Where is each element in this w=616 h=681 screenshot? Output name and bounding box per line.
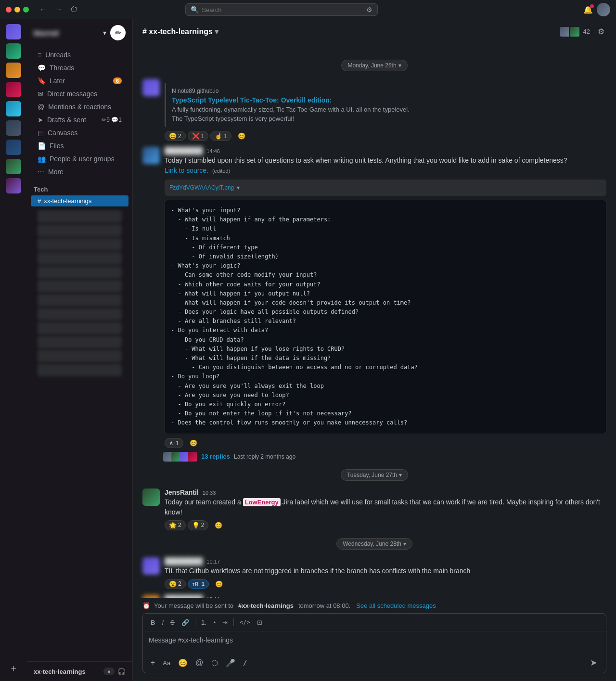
send-button[interactable]: ➤ [586,655,601,670]
sidebar-icon-6[interactable] [5,119,22,137]
sidebar-channel-xx-tech[interactable]: # xx-tech-learnings [31,195,128,206]
code-button[interactable]: </> [237,617,253,628]
date-monday-button[interactable]: Monday, June 26th ▾ [341,60,407,71]
channel-hash-icon: # [38,197,41,205]
slash-button[interactable]: / [240,656,251,669]
link-preview-source: N note89.github.io [172,88,601,94]
reaction-star[interactable]: 🌟 2 [165,520,186,530]
message-author-2: JensRantil [165,488,199,496]
message-group-3: ████████ 10:17 TIL that Github workflows… [142,557,606,589]
sidebar-item-people[interactable]: 👥 People & user groups [31,153,128,165]
indent-button[interactable]: ⇥ [219,617,231,628]
sidebar-icon-4[interactable] [5,81,22,98]
emoji-button[interactable]: 😊 [175,656,191,669]
add-button[interactable]: + [148,656,158,669]
text-format-button[interactable]: Aa [160,657,173,668]
sidebar-item-unreads[interactable]: ≡ Unreads [31,49,128,61]
date-tuesday-button[interactable]: Tuesday, June 27th ▾ [341,469,408,481]
reaction-x[interactable]: ❌ 1 [188,131,209,141]
message-text-2: Today our team created a LowEnergy Jira … [165,497,606,517]
channel-members[interactable]: 42 [561,26,590,38]
upvote-button-1[interactable]: ∧ 1 [165,438,183,448]
sidebar-icon-8[interactable] [5,158,22,175]
sidebar-item-canvases[interactable]: ▤ Canvases [31,127,128,139]
compose-button[interactable]: ✏ [110,25,126,40]
dnd-toggle[interactable]: ● [103,668,115,675]
italic-button[interactable]: I [159,617,167,628]
canvases-icon: ▤ [38,129,44,137]
sidebar-item-more[interactable]: ⋯ More [31,166,128,178]
sidebar-item-drafts-label: Drafts & sent [47,116,98,124]
channel-settings-button[interactable]: ⚙ [596,25,606,38]
see-scheduled-link[interactable]: See all scheduled messages [356,602,436,609]
channel-title[interactable]: # xx-tech-learnings ▾ [142,27,218,36]
reactions-msg2: 🌟 2 💡 2 😊 [165,520,606,530]
notification-icon[interactable]: 🔔 [583,5,593,14]
message-link-1: Link to source. (edited) [165,166,606,176]
audio-button[interactable]: 🎤 [223,656,238,669]
sidebar-item-direct[interactable]: ✉ Direct messages [31,88,128,100]
more-icon: ⋯ [38,168,44,176]
add-reaction-button-1[interactable]: 😊 [233,131,250,141]
forward-button[interactable]: → [52,4,65,15]
sidebar-item-threads[interactable]: 💬 Threads [31,62,128,74]
unordered-list-button[interactable]: • [210,617,218,628]
sidebar-icon-3[interactable] [5,62,22,79]
attachment-dropdown-icon[interactable]: ▾ [237,184,240,191]
sidebar-icon-2[interactable] [5,42,22,60]
add-workspace-button[interactable]: + [5,660,22,677]
reaction-surprised-3[interactable]: 😮 2 [165,579,186,589]
channel-dropdown-icon[interactable]: ▾ [215,27,218,36]
user-avatar[interactable] [597,3,610,16]
sidebar-icon-9[interactable] [5,177,22,194]
sidebar-icon-5[interactable] [5,100,22,117]
date-wednesday-button[interactable]: Wednesday, June 28th ▾ [336,538,412,550]
add-reaction-button-4[interactable]: 😊 [211,579,227,589]
bottom-toggle[interactable]: xx-tech-learnings ● 🎧 [34,668,126,675]
reaction-bulb[interactable]: 💡 2 [188,520,209,530]
sidebar-icon-home[interactable] [5,23,22,40]
toolbar-divider-2 [233,618,234,626]
mention-button[interactable]: @ [192,656,206,669]
threads-icon: 💬 [38,64,46,72]
strikethrough-button[interactable]: S [167,617,178,628]
back-button[interactable]: ← [37,4,50,15]
ordered-list-button[interactable]: 1. [198,617,210,628]
message-input-field[interactable]: Message #xx-tech-learnings [143,631,606,653]
minimize-dot[interactable] [14,7,20,13]
search-icon: 🔍 [191,6,199,13]
add-reaction-button-3[interactable]: 😊 [210,520,227,530]
sidebar-item-later[interactable]: 🔖 Later 6 [31,75,128,87]
message-time-3: 10:17 [206,559,220,565]
sidebar-item-files[interactable]: 📄 Files [31,140,128,152]
edited-label-1: (edited) [212,168,230,174]
canvas-button[interactable]: ⬡ [208,656,221,669]
sidebar-item-drafts[interactable]: ➤ Drafts & sent ✏9 💬1 [31,114,128,126]
add-reaction-button-2[interactable]: 😊 [185,438,202,448]
more-format-button[interactable]: ⊡ [254,617,265,628]
date-wednesday-text: Wednesday, June 28th [343,540,401,547]
sidebar-icon-7[interactable] [5,139,22,156]
workspace-header[interactable]: blurred ▾ ✏ [27,19,132,46]
link-to-source[interactable]: Link to source. [165,167,208,174]
reaction-point[interactable]: ☝️ 1 [210,131,231,141]
workspace-dropdown-icon: ▾ [103,29,106,37]
headset-icon[interactable]: 🎧 [117,668,126,675]
sidebar-item-mentions[interactable]: @ Mentions & reactions [31,101,128,113]
history-button[interactable]: ⏱ [67,4,81,15]
search-input[interactable] [202,6,363,13]
maximize-dot[interactable] [23,7,29,13]
reaction-smile[interactable]: 😄 2 [165,131,186,141]
bold-button[interactable]: B [148,617,158,628]
link-button[interactable]: 🔗 [179,617,192,628]
link-preview-title[interactable]: TypeScript Typelevel Tic-Tac-Toe: Overki… [172,96,601,104]
message-header-3: ████████ 10:17 [165,557,606,565]
search-bar[interactable]: 🔍 ⚙ [185,3,378,16]
thread-replies-1[interactable]: 13 replies Last reply 2 months ago [165,452,606,462]
attachment-filename[interactable]: FzdYdVGWAAACyIT.png [169,184,234,191]
close-dot[interactable] [6,7,12,13]
messages-area[interactable]: Monday, June 26th ▾ N note89.github.io T… [133,44,616,598]
reaction-r1[interactable]: ↑R 1 [188,579,209,589]
message-avatar-blurred [142,79,160,96]
files-icon: 📄 [38,142,46,150]
